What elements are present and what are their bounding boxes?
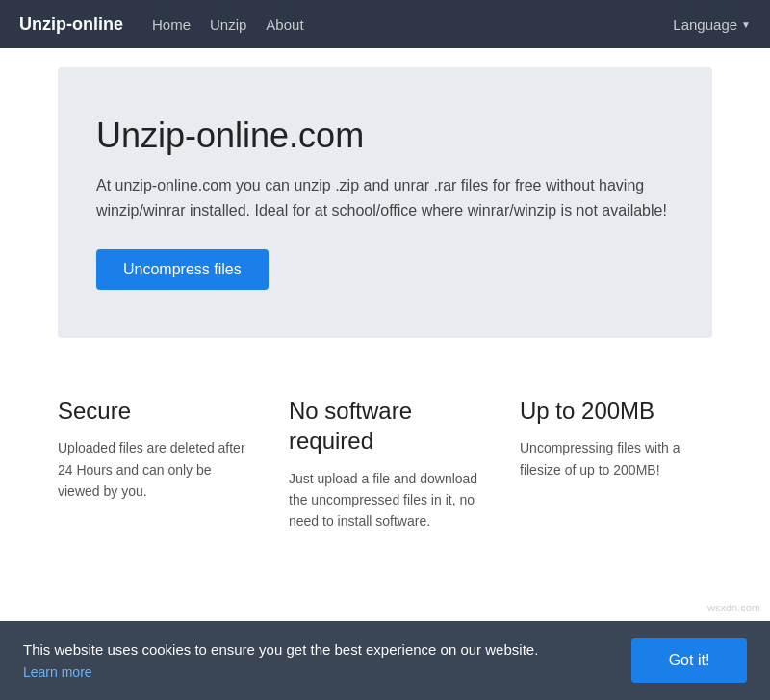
feature-secure: Secure Uploaded files are deleted after …: [58, 396, 289, 532]
feature-filesize-title: Up to 200MB: [520, 396, 712, 426]
feature-secure-title: Secure: [58, 396, 250, 426]
navbar-links: Home Unzip About: [152, 16, 673, 33]
feature-no-software-description: Just upload a file and download the unco…: [289, 468, 481, 532]
cookie-text-section: This website uses cookies to ensure you …: [23, 641, 631, 681]
hero-section: Unzip-online.com At unzip-online.com you…: [58, 67, 712, 338]
hero-title: Unzip-online.com: [96, 116, 674, 156]
navbar-link-about[interactable]: About: [266, 16, 303, 33]
watermark: wsxdn.com: [707, 602, 760, 613]
feature-filesize-description: Uncompressing files with a filesize of u…: [520, 437, 712, 480]
uncompress-button[interactable]: Uncompress files: [96, 249, 269, 290]
feature-no-software: No software required Just upload a file …: [289, 396, 520, 532]
navbar: Unzip-online Home Unzip About Language: [0, 0, 770, 48]
feature-no-software-title: No software required: [289, 396, 481, 455]
language-button[interactable]: Language: [673, 16, 751, 33]
feature-filesize: Up to 200MB Uncompressing files with a f…: [520, 396, 712, 532]
hero-description: At unzip-online.com you can unzip .zip a…: [96, 173, 674, 222]
cookie-learn-more-link[interactable]: Learn more: [23, 664, 92, 680]
navbar-link-home[interactable]: Home: [152, 16, 191, 33]
cookie-banner: This website uses cookies to ensure you …: [0, 621, 770, 700]
navbar-brand[interactable]: Unzip-online: [19, 14, 123, 35]
got-it-button[interactable]: Got it!: [631, 638, 747, 683]
features-section: Secure Uploaded files are deleted after …: [0, 357, 770, 571]
feature-secure-description: Uploaded files are deleted after 24 Hour…: [58, 437, 250, 502]
navbar-right: Language: [673, 16, 751, 33]
cookie-message: This website uses cookies to ensure you …: [23, 641, 631, 658]
navbar-link-unzip[interactable]: Unzip: [210, 16, 246, 33]
